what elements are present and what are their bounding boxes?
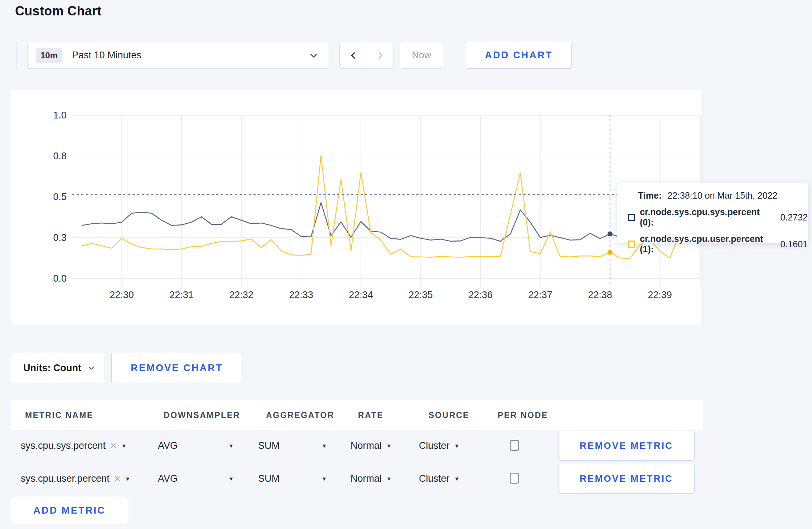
caret-down-icon: ▼ <box>386 443 392 449</box>
metric-name-select[interactable]: sys.cpu.user.percent × ▼ <box>21 470 130 487</box>
time-window-nav <box>339 42 394 69</box>
controls-divider <box>16 42 17 69</box>
metrics-table-header: METRIC NAME DOWNSAMPLER AGGREGATOR RATE … <box>11 400 703 430</box>
x-tick-label: 22:38 <box>588 290 612 300</box>
col-header-per-node: PER NODE <box>498 400 548 430</box>
remove-metric-button[interactable]: REMOVE METRIC <box>558 431 695 461</box>
metric-name-value: sys.cpu.user.percent <box>21 473 110 484</box>
caret-down-icon: ▼ <box>228 476 234 482</box>
caret-down-icon: ▼ <box>125 476 130 482</box>
aggregator-value: SUM <box>258 440 280 451</box>
caret-down-icon: ▼ <box>454 443 460 449</box>
tooltip-series-value: 0.1601 <box>780 239 808 249</box>
caret-down-icon: ▼ <box>454 476 460 482</box>
x-tick-label: 22:37 <box>528 290 552 300</box>
caret-down-icon: ▼ <box>228 443 234 449</box>
rate-value: Normal <box>351 473 382 484</box>
aggregator-select[interactable]: SUM ▼ <box>258 470 327 487</box>
remove-chart-button[interactable]: REMOVE CHART <box>111 353 242 383</box>
per-node-checkbox[interactable] <box>510 440 519 451</box>
x-tick-label: 22:36 <box>468 290 493 300</box>
downsampler-select[interactable]: AVG ▼ <box>158 437 234 454</box>
tooltip-series-value: 0.2732 <box>780 212 808 223</box>
col-header-metric-name: METRIC NAME <box>25 400 93 430</box>
add-chart-button[interactable]: ADD CHART <box>466 42 572 69</box>
y-tick-label: 0.5 <box>53 191 67 202</box>
metric-name-select[interactable]: sys.cpu.sys.percent × ▼ <box>21 437 126 454</box>
chart-tooltip: Time:22:38:10 on Mar 15th, 2022 cr.node.… <box>617 182 808 243</box>
chevron-left-icon <box>349 52 357 59</box>
y-tick-label: 0.0 <box>53 273 67 284</box>
source-select[interactable]: Cluster ▼ <box>419 437 459 454</box>
series-swatch-sys <box>628 214 635 221</box>
caret-down-icon: ▼ <box>322 443 327 449</box>
units-label: Units: Count <box>23 363 87 374</box>
col-header-aggregator: AGGREGATOR <box>266 400 334 430</box>
chevron-down-icon <box>87 364 95 372</box>
y-tick-label: 0.8 <box>53 151 67 161</box>
time-range-label: Past 10 Minutes <box>72 50 309 61</box>
tooltip-series-row: cr.node.sys.cpu.user.percent (1): 0.1601 <box>628 234 808 254</box>
next-window-button[interactable] <box>367 42 393 68</box>
x-tick-label: 22:39 <box>648 290 672 300</box>
col-header-downsampler: DOWNSAMPLER <box>164 400 240 430</box>
aggregator-value: SUM <box>258 473 280 484</box>
rate-value: Normal <box>351 440 382 451</box>
prev-window-button[interactable] <box>340 42 367 68</box>
rate-select[interactable]: Normal ▼ <box>351 437 392 454</box>
x-tick-label: 22:30 <box>110 290 134 300</box>
downsampler-select[interactable]: AVG ▼ <box>158 470 234 487</box>
col-header-source: SOURCE <box>429 400 469 430</box>
clear-metric-icon[interactable]: × <box>114 473 121 484</box>
x-tick-label: 22:35 <box>409 290 433 300</box>
x-tick-label: 22:33 <box>289 290 313 300</box>
per-node-checkbox[interactable] <box>510 473 519 484</box>
tooltip-series-name: cr.node.sys.cpu.user.percent (1): <box>640 234 775 254</box>
units-dropdown[interactable]: Units: Count <box>11 353 105 383</box>
caret-down-icon: ▼ <box>121 443 127 449</box>
chevron-right-icon <box>376 52 384 59</box>
tooltip-time-value: 22:38:10 on Mar 15th, 2022 <box>667 190 777 200</box>
series-line-0 <box>82 203 680 241</box>
metric-name-value: sys.cpu.sys.percent <box>21 440 106 451</box>
x-tick-label: 22:31 <box>169 290 194 300</box>
tooltip-series-row: cr.node.sys.cpu.sys.percent (0): 0.2732 <box>628 207 808 228</box>
chart-card: 0.00.30.50.81.022:3022:3122:3222:3322:34… <box>11 89 703 325</box>
tooltip-time-row: Time:22:38:10 on Mar 15th, 2022 <box>638 190 808 201</box>
clear-metric-icon[interactable]: × <box>110 440 117 451</box>
aggregator-select[interactable]: SUM ▼ <box>258 437 327 454</box>
rate-select[interactable]: Normal ▼ <box>351 470 392 487</box>
y-tick-label: 0.3 <box>53 232 67 243</box>
add-metric-button[interactable]: ADD METRIC <box>11 497 128 524</box>
downsampler-value: AVG <box>158 440 178 451</box>
tooltip-time-label: Time: <box>638 190 662 200</box>
source-select[interactable]: Cluster ▼ <box>419 470 459 487</box>
now-button[interactable]: Now <box>400 42 443 69</box>
source-value: Cluster <box>419 440 450 451</box>
time-range-badge: 10m <box>36 48 62 63</box>
x-tick-label: 22:32 <box>229 290 253 300</box>
time-range-dropdown[interactable]: 10m Past 10 Minutes <box>27 42 329 69</box>
y-tick-label: 1.0 <box>53 110 67 121</box>
x-tick-label: 22:34 <box>349 290 373 300</box>
cpu-usage-chart[interactable]: 0.00.30.50.81.022:3022:3122:3222:3322:34… <box>11 89 702 325</box>
hover-dot-0 <box>608 231 613 236</box>
chevron-down-icon <box>309 51 318 60</box>
caret-down-icon: ▼ <box>322 476 327 482</box>
remove-metric-button[interactable]: REMOVE METRIC <box>558 464 695 494</box>
series-swatch-user <box>628 241 635 248</box>
series-line-1 <box>82 155 680 258</box>
hover-dot-1 <box>608 250 613 255</box>
caret-down-icon: ▼ <box>386 476 392 482</box>
downsampler-value: AVG <box>158 473 178 484</box>
col-header-rate: RATE <box>358 400 383 430</box>
source-value: Cluster <box>419 473 450 484</box>
tooltip-series-name: cr.node.sys.cpu.sys.percent (0): <box>640 207 775 228</box>
page-title: Custom Chart <box>15 4 102 19</box>
